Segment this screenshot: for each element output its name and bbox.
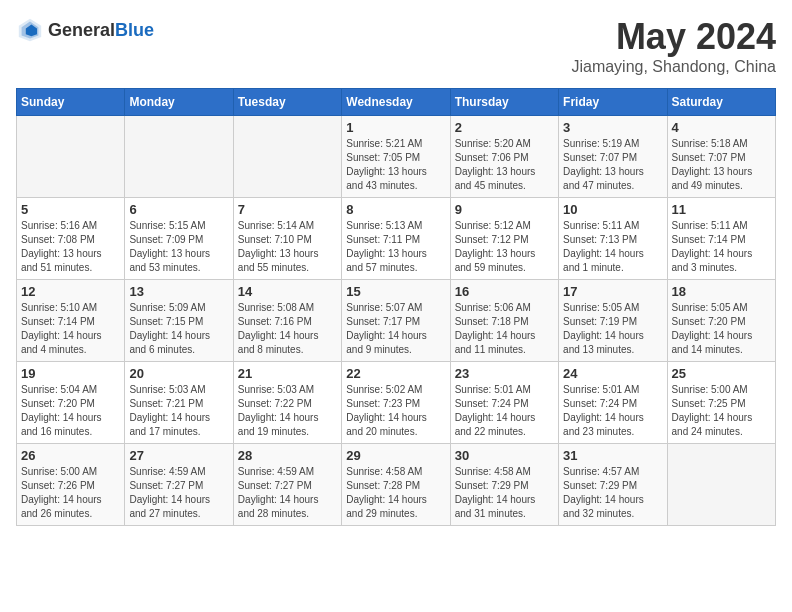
- calendar-cell: 17Sunrise: 5:05 AM Sunset: 7:19 PM Dayli…: [559, 280, 667, 362]
- calendar-cell: 19Sunrise: 5:04 AM Sunset: 7:20 PM Dayli…: [17, 362, 125, 444]
- day-number: 3: [563, 120, 662, 135]
- calendar-cell: 21Sunrise: 5:03 AM Sunset: 7:22 PM Dayli…: [233, 362, 341, 444]
- day-number: 25: [672, 366, 771, 381]
- calendar-cell: 1Sunrise: 5:21 AM Sunset: 7:05 PM Daylig…: [342, 116, 450, 198]
- calendar-cell: 20Sunrise: 5:03 AM Sunset: 7:21 PM Dayli…: [125, 362, 233, 444]
- day-info: Sunrise: 4:59 AM Sunset: 7:27 PM Dayligh…: [129, 465, 228, 521]
- day-info: Sunrise: 4:58 AM Sunset: 7:28 PM Dayligh…: [346, 465, 445, 521]
- calendar-cell: 3Sunrise: 5:19 AM Sunset: 7:07 PM Daylig…: [559, 116, 667, 198]
- day-info: Sunrise: 5:02 AM Sunset: 7:23 PM Dayligh…: [346, 383, 445, 439]
- day-of-week-header: Thursday: [450, 89, 558, 116]
- day-number: 22: [346, 366, 445, 381]
- day-number: 18: [672, 284, 771, 299]
- day-number: 27: [129, 448, 228, 463]
- day-info: Sunrise: 4:59 AM Sunset: 7:27 PM Dayligh…: [238, 465, 337, 521]
- day-number: 26: [21, 448, 120, 463]
- day-of-week-header: Monday: [125, 89, 233, 116]
- calendar-week-row: 12Sunrise: 5:10 AM Sunset: 7:14 PM Dayli…: [17, 280, 776, 362]
- day-of-week-header: Friday: [559, 89, 667, 116]
- calendar-cell: 5Sunrise: 5:16 AM Sunset: 7:08 PM Daylig…: [17, 198, 125, 280]
- day-info: Sunrise: 5:12 AM Sunset: 7:12 PM Dayligh…: [455, 219, 554, 275]
- day-info: Sunrise: 5:11 AM Sunset: 7:14 PM Dayligh…: [672, 219, 771, 275]
- day-number: 17: [563, 284, 662, 299]
- calendar-week-row: 5Sunrise: 5:16 AM Sunset: 7:08 PM Daylig…: [17, 198, 776, 280]
- day-info: Sunrise: 5:05 AM Sunset: 7:20 PM Dayligh…: [672, 301, 771, 357]
- day-info: Sunrise: 5:16 AM Sunset: 7:08 PM Dayligh…: [21, 219, 120, 275]
- day-info: Sunrise: 5:15 AM Sunset: 7:09 PM Dayligh…: [129, 219, 228, 275]
- day-info: Sunrise: 4:57 AM Sunset: 7:29 PM Dayligh…: [563, 465, 662, 521]
- logo-text: GeneralBlue: [48, 20, 154, 41]
- day-info: Sunrise: 5:01 AM Sunset: 7:24 PM Dayligh…: [563, 383, 662, 439]
- day-info: Sunrise: 4:58 AM Sunset: 7:29 PM Dayligh…: [455, 465, 554, 521]
- day-number: 12: [21, 284, 120, 299]
- day-number: 2: [455, 120, 554, 135]
- day-info: Sunrise: 5:00 AM Sunset: 7:26 PM Dayligh…: [21, 465, 120, 521]
- day-number: 24: [563, 366, 662, 381]
- day-number: 8: [346, 202, 445, 217]
- calendar-cell: 7Sunrise: 5:14 AM Sunset: 7:10 PM Daylig…: [233, 198, 341, 280]
- day-number: 5: [21, 202, 120, 217]
- day-info: Sunrise: 5:11 AM Sunset: 7:13 PM Dayligh…: [563, 219, 662, 275]
- day-number: 10: [563, 202, 662, 217]
- day-number: 20: [129, 366, 228, 381]
- day-of-week-header: Tuesday: [233, 89, 341, 116]
- calendar-cell: 12Sunrise: 5:10 AM Sunset: 7:14 PM Dayli…: [17, 280, 125, 362]
- day-info: Sunrise: 5:03 AM Sunset: 7:21 PM Dayligh…: [129, 383, 228, 439]
- calendar-title: May 2024: [571, 16, 776, 58]
- calendar-cell: 13Sunrise: 5:09 AM Sunset: 7:15 PM Dayli…: [125, 280, 233, 362]
- calendar-cell: 14Sunrise: 5:08 AM Sunset: 7:16 PM Dayli…: [233, 280, 341, 362]
- day-number: 6: [129, 202, 228, 217]
- calendar-week-row: 19Sunrise: 5:04 AM Sunset: 7:20 PM Dayli…: [17, 362, 776, 444]
- day-info: Sunrise: 5:00 AM Sunset: 7:25 PM Dayligh…: [672, 383, 771, 439]
- day-info: Sunrise: 5:14 AM Sunset: 7:10 PM Dayligh…: [238, 219, 337, 275]
- calendar-cell: 31Sunrise: 4:57 AM Sunset: 7:29 PM Dayli…: [559, 444, 667, 526]
- calendar-cell: 4Sunrise: 5:18 AM Sunset: 7:07 PM Daylig…: [667, 116, 775, 198]
- calendar-cell: 24Sunrise: 5:01 AM Sunset: 7:24 PM Dayli…: [559, 362, 667, 444]
- day-number: 16: [455, 284, 554, 299]
- day-info: Sunrise: 5:04 AM Sunset: 7:20 PM Dayligh…: [21, 383, 120, 439]
- calendar-cell: 18Sunrise: 5:05 AM Sunset: 7:20 PM Dayli…: [667, 280, 775, 362]
- calendar-week-row: 1Sunrise: 5:21 AM Sunset: 7:05 PM Daylig…: [17, 116, 776, 198]
- calendar-cell: 9Sunrise: 5:12 AM Sunset: 7:12 PM Daylig…: [450, 198, 558, 280]
- day-info: Sunrise: 5:08 AM Sunset: 7:16 PM Dayligh…: [238, 301, 337, 357]
- day-of-week-header: Saturday: [667, 89, 775, 116]
- days-of-week-row: SundayMondayTuesdayWednesdayThursdayFrid…: [17, 89, 776, 116]
- day-info: Sunrise: 5:01 AM Sunset: 7:24 PM Dayligh…: [455, 383, 554, 439]
- calendar-cell: 29Sunrise: 4:58 AM Sunset: 7:28 PM Dayli…: [342, 444, 450, 526]
- day-info: Sunrise: 5:03 AM Sunset: 7:22 PM Dayligh…: [238, 383, 337, 439]
- calendar-cell: 26Sunrise: 5:00 AM Sunset: 7:26 PM Dayli…: [17, 444, 125, 526]
- day-info: Sunrise: 5:21 AM Sunset: 7:05 PM Dayligh…: [346, 137, 445, 193]
- page-header: GeneralBlue May 2024 Jiamaying, Shandong…: [16, 16, 776, 76]
- day-info: Sunrise: 5:09 AM Sunset: 7:15 PM Dayligh…: [129, 301, 228, 357]
- day-number: 31: [563, 448, 662, 463]
- calendar-cell: 15Sunrise: 5:07 AM Sunset: 7:17 PM Dayli…: [342, 280, 450, 362]
- day-info: Sunrise: 5:18 AM Sunset: 7:07 PM Dayligh…: [672, 137, 771, 193]
- calendar-cell: 23Sunrise: 5:01 AM Sunset: 7:24 PM Dayli…: [450, 362, 558, 444]
- calendar-cell: 30Sunrise: 4:58 AM Sunset: 7:29 PM Dayli…: [450, 444, 558, 526]
- calendar-cell: [125, 116, 233, 198]
- day-number: 4: [672, 120, 771, 135]
- day-info: Sunrise: 5:10 AM Sunset: 7:14 PM Dayligh…: [21, 301, 120, 357]
- day-number: 30: [455, 448, 554, 463]
- day-number: 1: [346, 120, 445, 135]
- day-of-week-header: Wednesday: [342, 89, 450, 116]
- title-block: May 2024 Jiamaying, Shandong, China: [571, 16, 776, 76]
- day-number: 11: [672, 202, 771, 217]
- logo-icon: [16, 16, 44, 44]
- day-info: Sunrise: 5:13 AM Sunset: 7:11 PM Dayligh…: [346, 219, 445, 275]
- day-info: Sunrise: 5:20 AM Sunset: 7:06 PM Dayligh…: [455, 137, 554, 193]
- calendar-cell: 16Sunrise: 5:06 AM Sunset: 7:18 PM Dayli…: [450, 280, 558, 362]
- logo: GeneralBlue: [16, 16, 154, 44]
- day-number: 13: [129, 284, 228, 299]
- calendar-cell: 28Sunrise: 4:59 AM Sunset: 7:27 PM Dayli…: [233, 444, 341, 526]
- day-number: 15: [346, 284, 445, 299]
- day-info: Sunrise: 5:19 AM Sunset: 7:07 PM Dayligh…: [563, 137, 662, 193]
- calendar-table: SundayMondayTuesdayWednesdayThursdayFrid…: [16, 88, 776, 526]
- day-number: 23: [455, 366, 554, 381]
- calendar-cell: 25Sunrise: 5:00 AM Sunset: 7:25 PM Dayli…: [667, 362, 775, 444]
- day-number: 21: [238, 366, 337, 381]
- calendar-cell: 27Sunrise: 4:59 AM Sunset: 7:27 PM Dayli…: [125, 444, 233, 526]
- location-title: Jiamaying, Shandong, China: [571, 58, 776, 76]
- day-number: 29: [346, 448, 445, 463]
- calendar-cell: 10Sunrise: 5:11 AM Sunset: 7:13 PM Dayli…: [559, 198, 667, 280]
